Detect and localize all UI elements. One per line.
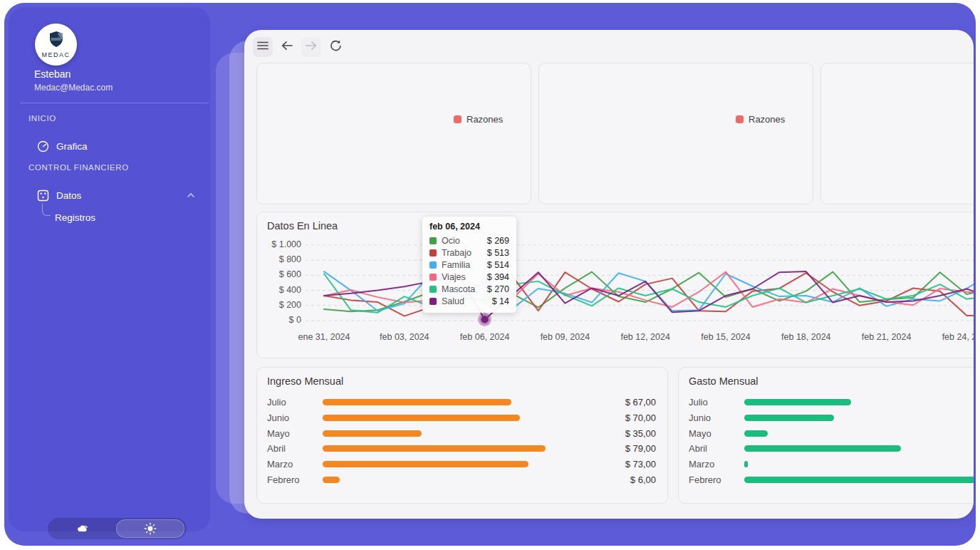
series-line-viajes [324,272,974,307]
section-header-inicio: INICIO [28,114,56,123]
bar-fill[interactable] [744,461,748,467]
tooltip-series-name: Trabajo [442,248,471,258]
legend-swatch [736,115,744,123]
bar-track [323,445,605,452]
section-header-control-financiero: CONTROL FINANCIERO [28,163,129,172]
empty-chart-card [820,63,974,204]
chevron-up-icon[interactable] [185,190,197,201]
bar-fill[interactable] [323,430,422,437]
theme-toggle[interactable] [48,518,187,539]
bar-fill[interactable] [323,477,340,483]
dice-icon [37,190,49,202]
gasto-mensual-card: Gasto Mensual JulioJunioMayoAbrilMarzoFe… [678,367,974,504]
bar-row: Febrero$ 6,00 [267,472,656,487]
tooltip-rows: Ocio$ 269Trabajo$ 513Familia$ 514Viajes$… [429,234,509,307]
bar-row: Febrero [689,472,974,487]
bar-fill[interactable] [323,461,528,467]
refresh-icon [328,38,343,56]
bar-fill[interactable] [323,445,546,452]
bar-category-label: Junio [689,412,744,423]
tooltip-row: Viajes$ 394 [429,271,509,283]
bar-track [744,477,974,483]
bar-category-label: Junio [267,412,323,423]
bar-track [744,445,974,452]
bar-category-label: Julio [689,397,744,408]
x-tick-label: feb 12, 2024 [612,332,679,342]
x-tick-label: feb 06, 2024 [452,332,518,342]
empty-chart-card: Razones [256,63,531,204]
bar-row: Mayo$ 35,00 [267,425,656,441]
line-chart-svg[interactable] [306,238,974,329]
legend-swatch [454,115,462,123]
toolbar [253,37,345,57]
tooltip-series-name: Salud [442,296,464,306]
x-tick-label: feb 18, 2024 [773,332,840,342]
sidebar-divider [20,103,209,103]
bar-category-label: Marzo [689,459,744,469]
bar-track [744,399,974,405]
bar-fill[interactable] [323,415,520,421]
chart-tooltip: feb 06, 2024 Ocio$ 269Trabajo$ 513Famili… [422,217,516,313]
tooltip-row: Familia$ 514 [429,259,509,271]
bar-rows: Julio$ 67,00Junio$ 70,00Mayo$ 35,00Abril… [267,395,656,487]
tooltip-row: Ocio$ 269 [429,234,509,247]
tooltip-swatch [429,274,437,281]
user-name: Esteban [34,68,71,80]
sidebar-item-datos[interactable]: Datos [28,186,81,204]
sidebar-item-registros[interactable]: Registros [55,212,95,223]
tooltip-series-name: Ocio [442,236,460,246]
bar-value-label: $ 70,00 [605,412,656,423]
logo: MEDAC [35,24,77,66]
bar-category-label: Mayo [689,428,744,439]
chart-title: Datos En Linea [267,220,338,232]
tooltip-swatch [429,261,437,269]
user-email: Medac@Medac.com [34,83,113,93]
bar-fill[interactable] [744,430,768,437]
legend-razones[interactable]: Razones [736,114,785,125]
sidebar-item-label: Grafica [56,141,88,152]
bar-row: Abril [689,441,974,457]
app-root: MEDAC Esteban Medac@Medac.com INICIO Gra… [0,0,980,550]
refresh-button[interactable] [325,37,345,57]
y-tick-label: $ 1.000 [261,239,301,249]
bar-fill[interactable] [744,477,974,483]
tooltip-series-value: $ 269 [487,236,509,246]
cloud-icon[interactable] [76,522,89,535]
bar-category-label: Febrero [267,474,323,485]
ingreso-mensual-card: Ingreso Mensual Julio$ 67,00Junio$ 70,00… [256,367,668,504]
bar-rows: JulioJunioMayoAbrilMarzoFebrero [689,395,974,487]
bar-category-label: Julio [267,397,323,408]
tooltip-swatch [429,298,437,305]
tooltip-row: Salud$ 14 [429,295,509,307]
sun-icon[interactable] [144,522,157,535]
tooltip-row: Mascota$ 270 [429,283,509,295]
bar-fill[interactable] [744,399,851,405]
tooltip-series-value: $ 270 [487,284,509,294]
arrow-right-icon [304,38,318,56]
bar-category-label: Abril [689,443,744,454]
bar-fill[interactable] [323,399,511,405]
series-line-mascota [324,274,974,313]
bar-row: Junio [689,410,974,426]
gauge-icon [37,140,49,152]
legend-razones[interactable]: Razones [454,114,503,125]
tooltip-series-value: $ 14 [492,296,509,306]
bar-fill[interactable] [744,415,834,421]
x-tick-label: feb 15, 2024 [692,332,759,342]
back-button[interactable] [277,37,297,57]
y-tick-label: $ 400 [261,285,301,295]
bar-value-label: $ 6,00 [605,474,656,485]
tooltip-swatch [429,286,437,293]
bar-fill[interactable] [744,445,901,452]
bar-track [744,461,974,467]
menu-icon [256,39,269,55]
y-tick-label: $ 0 [261,315,301,325]
hover-dot-core [481,316,489,323]
line-chart-card: Datos En Linea $ 1.000$ 800$ 600$ 400$ 2… [256,212,974,358]
sidebar-item-grafica[interactable]: Grafica [28,137,88,155]
tooltip-swatch [429,249,437,256]
tooltip-series-value: $ 514 [487,260,509,270]
menu-button[interactable] [253,37,273,57]
bar-value-label: $ 67,00 [605,397,656,408]
legend-label: Razones [466,114,503,125]
